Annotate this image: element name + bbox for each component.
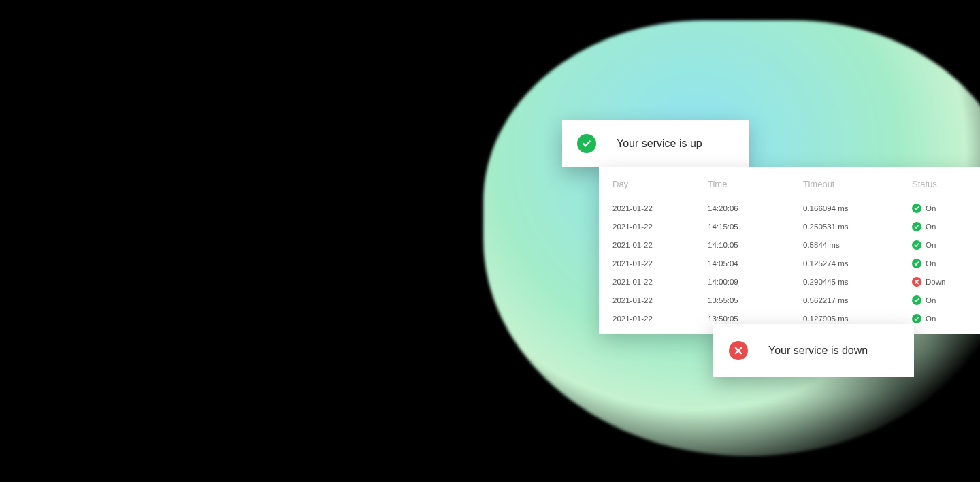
cell-day: 2021-01-22 [612,296,708,304]
cell-status: On [912,204,980,213]
cell-time: 13:50:05 [708,315,803,323]
col-header-time: Time [708,179,803,189]
cell-status: On [912,240,980,250]
cell-timeout: 0.166094 ms [803,204,912,212]
status-check-icon [912,259,921,268]
cell-time: 14:20:06 [708,204,803,212]
service-up-title: Your service is up [617,138,702,150]
status-label: On [926,259,936,268]
cell-status: On [912,259,980,268]
cell-timeout: 0.5844 ms [803,241,912,249]
status-label: On [926,296,936,304]
cross-icon [729,341,748,360]
cell-time: 14:00:09 [708,278,803,286]
status-check-icon [912,204,921,213]
cell-time: 14:10:05 [708,241,803,249]
status-label: On [926,223,936,231]
col-header-timeout: Timeout [803,179,912,189]
cell-day: 2021-01-22 [612,223,708,231]
col-header-status: Status [912,179,980,189]
status-check-icon [912,240,921,250]
cell-status: On [912,222,980,231]
log-header-row: Day Time Timeout Status [612,179,966,189]
status-check-icon [912,295,921,305]
cell-time: 13:55:05 [708,296,803,304]
table-row: 2021-01-2214:05:040.125274 msOn [612,254,966,272]
status-check-icon [912,314,921,323]
cell-day: 2021-01-22 [612,259,708,268]
service-down-card: Your service is down [713,324,914,377]
cell-timeout: 0.250531 ms [803,223,912,231]
table-row: 2021-01-2214:20:060.166094 msOn [612,199,966,217]
status-label: On [926,204,936,212]
status-label: On [926,315,936,323]
log-panel: Day Time Timeout Status 2021-01-2214:20:… [599,167,980,334]
cell-time: 14:05:04 [708,259,803,268]
cell-day: 2021-01-22 [612,315,708,323]
cell-timeout: 0.127905 ms [803,315,912,323]
table-row: 2021-01-2214:10:050.5844 msOn [612,236,966,254]
cell-timeout: 0.562217 ms [803,296,912,304]
check-icon [577,134,596,153]
table-row: 2021-01-2214:15:050.250531 msOn [612,217,966,236]
cell-status: Down [912,277,980,287]
col-header-day: Day [612,179,708,189]
cell-day: 2021-01-22 [612,278,708,286]
table-row: 2021-01-2213:55:050.562217 msOn [612,291,966,309]
status-label: On [926,241,936,249]
table-row: 2021-01-2214:00:090.290445 msDown [612,272,966,291]
cell-status: On [912,295,980,305]
cell-time: 14:15:05 [708,223,803,231]
service-up-card: Your service is up [562,120,749,167]
cell-day: 2021-01-22 [612,204,708,212]
cell-timeout: 0.125274 ms [803,259,912,268]
service-down-title: Your service is down [768,344,868,357]
status-cross-icon [912,277,921,287]
cell-status: On [912,314,980,323]
log-rows-container: 2021-01-2214:20:060.166094 msOn2021-01-2… [612,199,966,327]
status-check-icon [912,222,921,231]
status-label: Down [926,278,945,286]
cell-timeout: 0.290445 ms [803,278,912,286]
cell-day: 2021-01-22 [612,241,708,249]
